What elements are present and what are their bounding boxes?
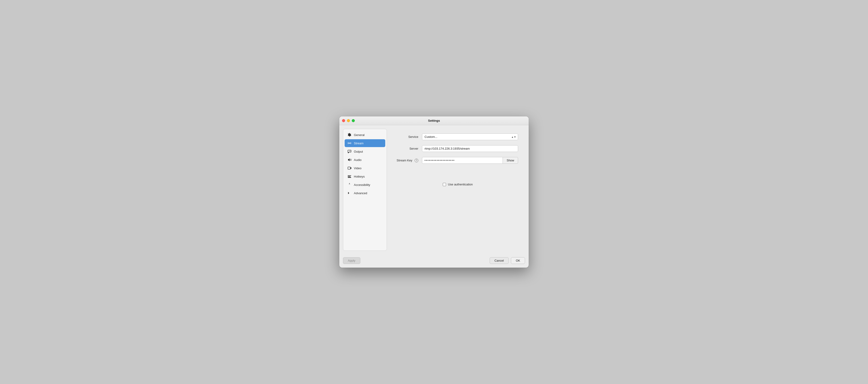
stream-key-label-group: Stream Key ? (398, 159, 418, 162)
stream-icon (347, 141, 351, 145)
advanced-icon (347, 191, 351, 195)
apply-button[interactable]: Apply (343, 257, 360, 264)
ok-button[interactable]: OK (511, 257, 525, 264)
sidebar-item-general[interactable]: General (345, 131, 385, 139)
svg-rect-6 (349, 175, 349, 176)
svg-rect-1 (348, 150, 351, 152)
sidebar-item-video[interactable]: Video (345, 164, 385, 172)
sidebar-item-advanced-label: Advanced (354, 191, 367, 195)
minimize-button[interactable] (347, 119, 350, 122)
traffic-lights (342, 119, 355, 122)
output-icon (347, 150, 351, 154)
svg-point-13 (349, 183, 350, 184)
settings-window: Settings General (339, 116, 529, 268)
window-title: Settings (428, 119, 440, 122)
svg-rect-9 (348, 176, 348, 177)
service-control-wrap: Custom... ▲▼ (422, 133, 518, 140)
server-label: Server (398, 147, 418, 150)
svg-rect-3 (348, 152, 349, 153)
service-label: Service (398, 135, 418, 138)
stream-key-control-wrap: Show (422, 157, 518, 164)
maximize-button[interactable] (352, 119, 355, 122)
hotkeys-icon (347, 174, 351, 179)
auth-section: Use authentication (398, 183, 518, 186)
sidebar-item-video-label: Video (354, 166, 362, 170)
sidebar-item-stream-label: Stream (354, 141, 364, 145)
svg-rect-11 (350, 176, 350, 177)
sidebar-item-audio[interactable]: Audio (345, 156, 385, 164)
svg-point-2 (350, 151, 350, 152)
server-control-wrap (422, 145, 518, 152)
footer-left: Apply (343, 257, 360, 264)
show-stream-key-button[interactable]: Show (503, 157, 518, 164)
sidebar-item-output[interactable]: Output (345, 148, 385, 155)
use-auth-label: Use authentication (448, 183, 473, 186)
sidebar-item-hotkeys-label: Hotkeys (354, 175, 365, 178)
sidebar-item-output-label: Output (354, 150, 363, 153)
cancel-button[interactable]: Cancel (490, 257, 508, 264)
main-panel: Service Custom... ▲▼ Server (391, 129, 525, 251)
service-select-wrapper: Custom... ▲▼ (422, 133, 518, 140)
stream-key-help-icon[interactable]: ? (414, 159, 418, 162)
svg-rect-8 (351, 175, 351, 176)
sidebar-item-general-label: General (354, 133, 365, 137)
audio-icon (347, 158, 351, 162)
svg-rect-10 (349, 176, 349, 177)
sidebar-item-stream[interactable]: Stream (345, 139, 385, 147)
svg-rect-5 (348, 175, 348, 176)
content-area: General Stream (339, 125, 529, 254)
sidebar-item-audio-label: Audio (354, 158, 362, 162)
footer: Apply Cancel OK (339, 254, 529, 268)
svg-rect-4 (348, 167, 350, 169)
stream-key-input[interactable] (422, 157, 503, 164)
service-row: Service Custom... ▲▼ (398, 133, 518, 140)
sidebar-item-advanced[interactable]: Advanced (345, 189, 385, 197)
service-select[interactable]: Custom... (422, 133, 518, 140)
titlebar: Settings (339, 116, 529, 125)
stream-key-row: Stream Key ? Show (398, 157, 518, 164)
accessibility-icon (347, 183, 351, 187)
sidebar: General Stream (343, 129, 387, 251)
footer-right: Cancel OK (490, 257, 525, 264)
server-row: Server (398, 145, 518, 152)
video-icon (347, 166, 351, 170)
sidebar-item-hotkeys[interactable]: Hotkeys (345, 172, 385, 180)
close-button[interactable] (342, 119, 345, 122)
stream-key-input-group: Show (422, 157, 518, 164)
svg-point-0 (349, 143, 350, 143)
sidebar-item-accessibility-label: Accessibility (354, 183, 370, 187)
server-input[interactable] (422, 145, 518, 152)
svg-rect-7 (350, 175, 350, 176)
sidebar-item-accessibility[interactable]: Accessibility (345, 181, 385, 189)
gear-icon (347, 133, 351, 137)
svg-rect-12 (348, 177, 351, 178)
stream-key-label: Stream Key (397, 159, 412, 162)
use-auth-checkbox[interactable] (443, 183, 446, 186)
